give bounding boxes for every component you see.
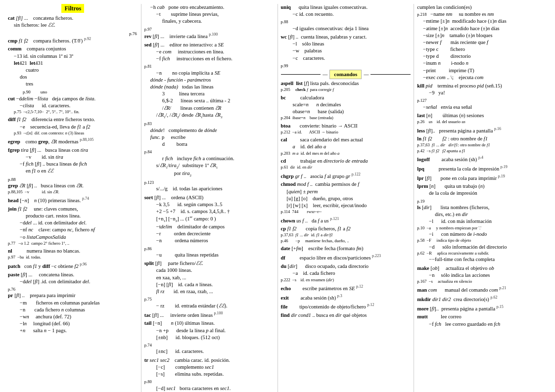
file-entry: file tipo/contenido de objeto/fichero p.… [281, 303, 411, 310]
column-4: cumplen las condicion(es) p.218 −name nm… [414, 4, 550, 392]
page-ref-p19-lprm: p.19 [417, 199, 547, 204]
mkdir-entry: mkdir dir1 dir2 crea directorio(s) p.62 [417, 295, 547, 303]
less-entry: less [fl].. presenta página a pantalla p… [417, 127, 547, 134]
join-entry: join f1 f2 une: claves comunes, producto… [8, 206, 138, 246]
section-title-box: Filtros [8, 4, 138, 13]
kill-signal-entry: −señal envía esa señal [417, 104, 547, 111]
pr-entry: pr [fl] .. prepara para imprimir −m fich… [8, 292, 138, 334]
bc-entry: bc calculadora scale=n n decimales obase… [281, 94, 411, 121]
column-3: uniq quita líneas iguales consecutivas. … [278, 4, 415, 392]
chmod-entry: chmod mod f .. cambia permisos de f [qui… [281, 181, 411, 215]
tr-d-entry: [−d] sec1 borra caracteres en sec1. [144, 385, 275, 392]
page-ref-p86: p.86 [144, 246, 275, 252]
page-ref-p99: p.99 [281, 63, 411, 69]
man-entry: man com manual del comando com p.21 [417, 286, 547, 294]
rev-entry: rev [fl] ... invierte cada línea p.100 [144, 32, 275, 40]
egrep-entry: egrep como grep, ℰR modernas p.88,105 [8, 137, 138, 145]
cut-entry: cut −ddelim −flista deja campos de lista… [8, 95, 138, 115]
column-1: Filtros cat [fl] ... concatena ficheros.… [5, 4, 141, 392]
sed-r-entry: r fich incluye fich a continuación. s/ℰR… [144, 155, 275, 178]
page-ref-paste: p.76 [8, 287, 138, 292]
split-entry: split [fl] parte fichero/ℰℰ. cada 1000 l… [144, 260, 275, 295]
kill-entry: kill pid termina el proceso pid (señ.15)… [417, 83, 547, 96]
sed-donde-entry: dónde! complemento de dónde func. p escr… [144, 127, 275, 148]
page-ref-p84: p.84 [144, 149, 275, 155]
patch-entry: patch con f1 y diff −c obtiene f2 p.96 [8, 262, 138, 270]
section-title: Filtros [61, 4, 84, 13]
du-entry: du [dir] disco ocupado, cada directorio … [281, 263, 411, 283]
sort-u-entry: −u quita líneas repetidas [144, 252, 275, 259]
page-ref-p75: p.75 [144, 297, 275, 302]
chown-entry: chown us f .. da f a us p.121 [281, 217, 411, 224]
echo-entry: echo escribe parámetros en SE p.12 [281, 284, 411, 292]
nl-entry: nl numera líneas no blancas. p.97 −ba id… [8, 248, 138, 261]
exit-entry: exit acaba sesión (sh) p.3 [281, 294, 411, 302]
page-ref-cat: p.76 [8, 31, 138, 37]
paste-entry: paste [fl] ... concatena líneas. −ddel [… [8, 271, 138, 285]
sed-g-entry: s/.../g id. todas las apariciones [144, 185, 275, 192]
cat-entry: cat [fl] ... concatena ficheros. sin fic… [8, 15, 138, 29]
tr-entry: tr sec1 sec2 cambia carac. id. posición.… [144, 357, 275, 378]
cmd-cat: cat [8, 15, 14, 21]
comm-entry: comm compara conjuntos −13 id. sin colum… [8, 45, 138, 87]
tail-entry: tail [−n] n (10) últimas líneas. −n +p d… [144, 320, 275, 341]
lpq-entry: lpq presenta la cola de impresión p.19 [417, 165, 547, 173]
sort-entry: sort [fl] ... ordena (ASCII) −k 3,5 id. … [144, 194, 275, 245]
fgrep-entry: fgrep tira [fl] ... busca líneas con tir… [8, 147, 138, 175]
page-ref-p83: p.83 [144, 121, 275, 127]
page-ref-p80: p.80 [144, 379, 275, 385]
lpr-entry: lpr [fl] pone en cola para imprimir p.19 [417, 174, 547, 182]
uniq-entry: uniq quita líneas iguales consecutivas. … [281, 4, 411, 18]
cp-entry: cp f1 f2 copia ficheros, f1 a f2 p.37,63… [281, 225, 411, 244]
page-ref-uno: p.90uno [8, 89, 138, 95]
logoff-entry: logoff acaba sesión (sh) p.4 [417, 155, 547, 163]
cumplen-entry: cumplen las condicion(es) p.218 −name nm… [417, 4, 547, 81]
divider-comandos: — comandos — [281, 70, 411, 79]
page-container: Filtros cat [fl] ... concatena ficheros.… [5, 4, 550, 392]
sed-entry: sed [fl] ... editor no interactivo: a SE… [144, 42, 275, 63]
cd-entry: cd trabajar en directorio de entrada p.6… [281, 158, 411, 171]
cal-entry: cal saca calendario del mes actual a id.… [281, 136, 411, 156]
ln-entry: ln f1 f2 f2 : otro nombre de f1 p.37,63 … [417, 135, 547, 154]
uniq-d-entry: −d iguales consecutivas: deja 1 línea [281, 25, 411, 32]
page-ref-sed: p.81 [144, 64, 275, 69]
lprm-entry: lprm [n] quita un trabajo (n) de la cola… [417, 183, 547, 197]
page-ref-p88: p.88 [281, 19, 411, 25]
make-entry: make [ob] actualiza el objetivo ob −n só… [417, 265, 547, 285]
more-entry: more [fl].. presenta página a pantalla p… [417, 305, 547, 312]
page-ref-p74: p.74 [144, 343, 275, 348]
cmd-title-comandos: comandos [329, 70, 362, 79]
wc-entry: wc [fl] .. cuenta líneas, palabras y car… [281, 34, 411, 62]
aspell-entry: aspell list [f] lista pals. desconocidas… [281, 80, 411, 93]
date-entry: date [+fm] escribe fecha (formato fm) [281, 245, 411, 252]
last-entry: last [n] últimas (n) sesiones p.26 us id… [417, 112, 547, 125]
cmp-entry: cmp f1 f2 compara ficheros. (T/F) p.92 [8, 37, 138, 44]
split-rz-entry: − rz id. entrada estándar (ℰℰ). [144, 303, 275, 309]
mutt-entry: mutt lee correo −f fch lee correo guarda… [417, 313, 547, 327]
find-entry: find dir cond1 .. busca en dir qué objet… [281, 312, 411, 319]
page-ref-fgrep: p.88 [8, 176, 138, 182]
head-entry: head [−n] n (10) primeras líneas. p.74 [8, 196, 138, 204]
grep-entry: grep ℰR [fl] .. busca líneas con ℰR. p.8… [8, 182, 138, 195]
df-entry: df espacio libre en discos/particiones p… [281, 254, 411, 261]
page-ref-p127: p.127 [417, 98, 547, 103]
diff-entry: diff f1 f2 diferencia entre ficheros tex… [8, 116, 138, 136]
tail-nc-entry: [±nc] id. caracteres. [144, 348, 275, 355]
sed-n-entry: −n no copia implícita a SE dónde - funci… [144, 70, 275, 120]
btoa-entry: btoa convierte: binario → ASCII p.212 −a… [281, 123, 411, 135]
chgrp-entry: chgrp gr f .. asocia f al grupo gr p.122 [281, 172, 411, 180]
h-cab-entry: −h cab pone otro encabezamiento. −t supr… [144, 4, 275, 25]
page-ref-p97: p.97 [144, 27, 275, 32]
page-ref-p123: p.123 [144, 180, 275, 185]
ls-entry: ls [dir] lista nombres (ficheros, dirs, … [417, 204, 547, 263]
column-2: −h cab pone otro encabezamiento. −t supr… [141, 4, 278, 392]
tac-entry: tac [fl] ... invierte orden líneas p.100 [144, 311, 275, 319]
